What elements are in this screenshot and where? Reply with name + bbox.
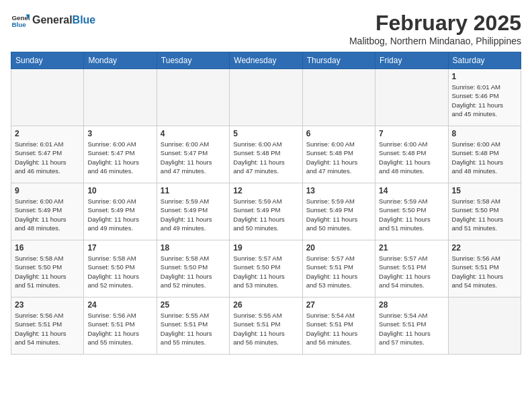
day-info: Sunrise: 6:00 AM Sunset: 5:48 PM Dayligh… bbox=[379, 140, 444, 175]
calendar-day-cell: 11Sunrise: 5:59 AM Sunset: 5:49 PM Dayli… bbox=[157, 183, 229, 240]
day-of-week-header: Wednesday bbox=[230, 52, 302, 69]
logo-blue: Blue bbox=[73, 14, 96, 26]
calendar-day-cell: 27Sunrise: 5:54 AM Sunset: 5:51 PM Dayli… bbox=[302, 298, 375, 355]
day-info: Sunrise: 5:56 AM Sunset: 5:51 PM Dayligh… bbox=[87, 311, 152, 347]
day-info: Sunrise: 6:00 AM Sunset: 5:49 PM Dayligh… bbox=[87, 197, 152, 232]
calendar-day-cell: 16Sunrise: 5:58 AM Sunset: 5:50 PM Dayli… bbox=[11, 240, 84, 298]
day-number: 24 bbox=[87, 300, 152, 310]
calendar-day-cell bbox=[84, 69, 157, 126]
day-number: 7 bbox=[379, 129, 444, 138]
day-info: Sunrise: 6:00 AM Sunset: 5:48 PM Dayligh… bbox=[233, 140, 298, 175]
day-number: 13 bbox=[306, 186, 371, 195]
day-info: Sunrise: 6:00 AM Sunset: 5:48 PM Dayligh… bbox=[306, 140, 371, 175]
calendar-day-cell: 4Sunrise: 6:00 AM Sunset: 5:47 PM Daylig… bbox=[157, 126, 229, 183]
day-number: 6 bbox=[306, 129, 371, 138]
calendar-day-cell: 26Sunrise: 5:55 AM Sunset: 5:51 PM Dayli… bbox=[230, 298, 302, 355]
day-of-week-header: Tuesday bbox=[157, 52, 229, 69]
calendar-day-cell: 13Sunrise: 5:59 AM Sunset: 5:49 PM Dayli… bbox=[302, 183, 375, 240]
day-number: 23 bbox=[15, 300, 80, 310]
calendar-day-cell bbox=[448, 298, 521, 355]
calendar-day-cell: 22Sunrise: 5:56 AM Sunset: 5:51 PM Dayli… bbox=[448, 240, 521, 298]
day-info: Sunrise: 5:56 AM Sunset: 5:51 PM Dayligh… bbox=[452, 254, 517, 289]
day-info: Sunrise: 5:58 AM Sunset: 5:50 PM Dayligh… bbox=[15, 254, 80, 289]
day-of-week-header: Saturday bbox=[448, 52, 521, 69]
day-number: 9 bbox=[15, 186, 80, 195]
day-info: Sunrise: 6:00 AM Sunset: 5:47 PM Dayligh… bbox=[87, 140, 152, 175]
calendar-day-cell: 6Sunrise: 6:00 AM Sunset: 5:48 PM Daylig… bbox=[302, 126, 375, 183]
calendar-day-cell: 21Sunrise: 5:57 AM Sunset: 5:51 PM Dayli… bbox=[375, 240, 448, 298]
calendar-day-cell: 3Sunrise: 6:00 AM Sunset: 5:47 PM Daylig… bbox=[84, 126, 157, 183]
calendar-week-row: 1Sunrise: 6:01 AM Sunset: 5:46 PM Daylig… bbox=[11, 69, 521, 126]
calendar-day-cell: 8Sunrise: 6:00 AM Sunset: 5:48 PM Daylig… bbox=[448, 126, 521, 183]
calendar-day-cell: 28Sunrise: 5:54 AM Sunset: 5:51 PM Dayli… bbox=[375, 298, 448, 355]
day-number: 28 bbox=[379, 300, 444, 310]
calendar-day-cell bbox=[302, 69, 375, 126]
day-of-week-header: Monday bbox=[84, 52, 157, 69]
day-info: Sunrise: 5:55 AM Sunset: 5:51 PM Dayligh… bbox=[161, 311, 226, 347]
day-info: Sunrise: 6:00 AM Sunset: 5:49 PM Dayligh… bbox=[15, 197, 80, 232]
page-header: General Blue GeneralBlue February 2025 M… bbox=[11, 11, 521, 46]
day-info: Sunrise: 5:57 AM Sunset: 5:50 PM Dayligh… bbox=[233, 254, 298, 289]
calendar-day-cell: 18Sunrise: 5:58 AM Sunset: 5:50 PM Dayli… bbox=[157, 240, 229, 298]
day-number: 19 bbox=[233, 243, 298, 253]
day-info: Sunrise: 5:58 AM Sunset: 5:50 PM Dayligh… bbox=[452, 197, 517, 232]
day-info: Sunrise: 6:00 AM Sunset: 5:48 PM Dayligh… bbox=[452, 140, 517, 175]
day-number: 17 bbox=[87, 243, 152, 253]
day-number: 21 bbox=[379, 243, 444, 253]
day-info: Sunrise: 5:58 AM Sunset: 5:50 PM Dayligh… bbox=[87, 254, 152, 289]
month-year-title: February 2025 bbox=[349, 11, 521, 36]
day-info: Sunrise: 6:00 AM Sunset: 5:47 PM Dayligh… bbox=[161, 140, 226, 175]
calendar-day-cell: 24Sunrise: 5:56 AM Sunset: 5:51 PM Dayli… bbox=[84, 298, 157, 355]
day-info: Sunrise: 6:01 AM Sunset: 5:46 PM Dayligh… bbox=[452, 83, 517, 118]
day-number: 14 bbox=[379, 186, 444, 195]
location-subtitle: Malitbog, Northern Mindanao, Philippines bbox=[349, 36, 521, 46]
day-info: Sunrise: 5:56 AM Sunset: 5:51 PM Dayligh… bbox=[15, 311, 80, 347]
day-number: 16 bbox=[15, 243, 80, 253]
day-info: Sunrise: 5:54 AM Sunset: 5:51 PM Dayligh… bbox=[306, 311, 371, 347]
day-number: 4 bbox=[161, 129, 226, 138]
day-info: Sunrise: 5:57 AM Sunset: 5:51 PM Dayligh… bbox=[306, 254, 371, 289]
day-info: Sunrise: 5:57 AM Sunset: 5:51 PM Dayligh… bbox=[379, 254, 444, 289]
day-number: 22 bbox=[452, 243, 517, 253]
calendar-day-cell: 2Sunrise: 6:01 AM Sunset: 5:47 PM Daylig… bbox=[11, 126, 84, 183]
day-number: 5 bbox=[233, 129, 298, 138]
calendar-day-cell bbox=[157, 69, 229, 126]
calendar-day-cell: 14Sunrise: 5:59 AM Sunset: 5:50 PM Dayli… bbox=[375, 183, 448, 240]
day-of-week-header: Sunday bbox=[11, 52, 84, 69]
day-info: Sunrise: 5:58 AM Sunset: 5:50 PM Dayligh… bbox=[161, 254, 226, 289]
day-number: 10 bbox=[87, 186, 152, 195]
day-info: Sunrise: 5:59 AM Sunset: 5:49 PM Dayligh… bbox=[233, 197, 298, 232]
calendar-header-row: SundayMondayTuesdayWednesdayThursdayFrid… bbox=[11, 52, 521, 69]
calendar-week-row: 16Sunrise: 5:58 AM Sunset: 5:50 PM Dayli… bbox=[11, 240, 521, 298]
day-info: Sunrise: 5:59 AM Sunset: 5:49 PM Dayligh… bbox=[161, 197, 226, 232]
day-number: 27 bbox=[306, 300, 371, 310]
logo-icon: General Blue bbox=[11, 11, 30, 30]
calendar-week-row: 9Sunrise: 6:00 AM Sunset: 5:49 PM Daylig… bbox=[11, 183, 521, 240]
day-info: Sunrise: 5:59 AM Sunset: 5:50 PM Dayligh… bbox=[379, 197, 444, 232]
svg-text:Blue: Blue bbox=[11, 21, 26, 28]
day-of-week-header: Thursday bbox=[302, 52, 375, 69]
calendar-day-cell: 20Sunrise: 5:57 AM Sunset: 5:51 PM Dayli… bbox=[302, 240, 375, 298]
day-number: 25 bbox=[161, 300, 226, 310]
title-block: February 2025 Malitbog, Northern Mindana… bbox=[349, 11, 521, 46]
day-number: 8 bbox=[452, 129, 517, 138]
calendar-day-cell bbox=[11, 69, 84, 126]
day-number: 1 bbox=[452, 72, 517, 81]
calendar-day-cell bbox=[230, 69, 302, 126]
day-info: Sunrise: 5:55 AM Sunset: 5:51 PM Dayligh… bbox=[233, 311, 298, 347]
calendar-day-cell: 17Sunrise: 5:58 AM Sunset: 5:50 PM Dayli… bbox=[84, 240, 157, 298]
day-number: 3 bbox=[87, 129, 152, 138]
calendar-day-cell: 1Sunrise: 6:01 AM Sunset: 5:46 PM Daylig… bbox=[448, 69, 521, 126]
day-number: 18 bbox=[161, 243, 226, 253]
day-number: 2 bbox=[15, 129, 80, 138]
calendar-day-cell: 7Sunrise: 6:00 AM Sunset: 5:48 PM Daylig… bbox=[375, 126, 448, 183]
logo: General Blue GeneralBlue bbox=[11, 11, 95, 30]
calendar-day-cell bbox=[375, 69, 448, 126]
calendar-day-cell: 12Sunrise: 5:59 AM Sunset: 5:49 PM Dayli… bbox=[230, 183, 302, 240]
calendar-day-cell: 15Sunrise: 5:58 AM Sunset: 5:50 PM Dayli… bbox=[448, 183, 521, 240]
calendar-day-cell: 10Sunrise: 6:00 AM Sunset: 5:49 PM Dayli… bbox=[84, 183, 157, 240]
day-of-week-header: Friday bbox=[375, 52, 448, 69]
day-info: Sunrise: 5:59 AM Sunset: 5:49 PM Dayligh… bbox=[306, 197, 371, 232]
calendar-week-row: 23Sunrise: 5:56 AM Sunset: 5:51 PM Dayli… bbox=[11, 298, 521, 355]
day-number: 20 bbox=[306, 243, 371, 253]
